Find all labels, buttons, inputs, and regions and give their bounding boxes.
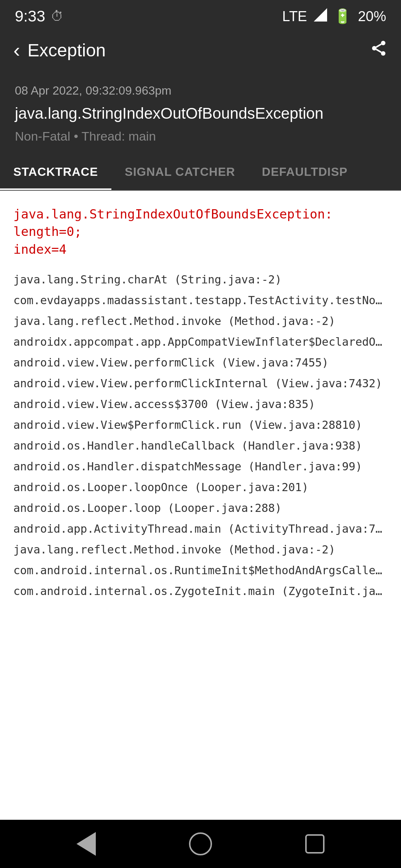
list-item: android.view.View.access$3700 (View.java… xyxy=(13,394,388,415)
list-item: android.os.Looper.loop (Looper.java:288) xyxy=(13,498,388,519)
nav-recent-button[interactable] xyxy=(305,834,325,854)
nav-back-button[interactable] xyxy=(76,832,96,856)
exception-class: java.lang.StringIndexOutOfBoundsExceptio… xyxy=(15,103,386,124)
tab-defaultdisp[interactable]: DEFAULTDISP xyxy=(248,154,361,190)
list-item: android.app.ActivityThread.main (Activit… xyxy=(13,519,388,539)
battery-label: 20% xyxy=(358,9,386,24)
nav-back-icon xyxy=(76,832,96,856)
status-bar: 9:33 ⏱ LTE 🔋 20% xyxy=(0,0,401,30)
exception-date: 08 Apr 2022, 09:32:09.963pm xyxy=(15,84,386,98)
list-item: java.lang.String.charAt (String.java:-2) xyxy=(13,269,388,290)
nav-home-icon xyxy=(189,832,212,855)
svg-line-5 xyxy=(376,44,381,47)
alarm-icon: ⏱ xyxy=(50,9,64,24)
status-right-group: LTE 🔋 20% xyxy=(282,8,386,25)
app-bar: ‹ Exception xyxy=(0,30,401,70)
exception-severity: Non-Fatal xyxy=(15,129,70,143)
share-button[interactable] xyxy=(370,39,388,61)
nav-bar xyxy=(0,820,401,868)
error-line2: index=4 xyxy=(13,242,66,257)
app-bar-title: Exception xyxy=(27,40,106,60)
stack-trace-list: java.lang.String.charAt (String.java:-2)… xyxy=(13,269,388,602)
tab-signal-catcher[interactable]: SIGNAL CATCHER xyxy=(111,154,248,190)
list-item: android.view.View.performClick (View.jav… xyxy=(13,352,388,373)
stacktrace-content: java.lang.StringIndexOutOfBoundsExceptio… xyxy=(0,191,401,617)
time-display: 9:33 xyxy=(15,7,45,25)
battery-icon: 🔋 xyxy=(334,8,351,24)
svg-marker-0 xyxy=(314,8,327,22)
svg-point-1 xyxy=(381,41,385,45)
tab-stacktrace[interactable]: STACKTRACE xyxy=(0,154,111,190)
list-item: com.android.internal.os.ZygoteInit.main … xyxy=(13,581,388,602)
list-item: android.view.View.performClickInternal (… xyxy=(13,373,388,394)
list-item: android.os.Handler.handleCallback (Handl… xyxy=(13,435,388,456)
list-item: android.os.Handler.dispatchMessage (Hand… xyxy=(13,456,388,477)
tabs-bar: STACKTRACE SIGNAL CATCHER DEFAULTDISP xyxy=(0,154,401,191)
list-item: java.lang.reflect.Method.invoke (Method.… xyxy=(13,539,388,560)
nav-home-button[interactable] xyxy=(189,832,212,855)
svg-line-4 xyxy=(376,49,381,52)
list-item: android.view.View$PerformClick.run (View… xyxy=(13,415,388,435)
back-button[interactable]: ‹ xyxy=(13,40,20,60)
status-time-group: 9:33 ⏱ xyxy=(15,7,64,25)
exception-header: 08 Apr 2022, 09:32:09.963pm java.lang.St… xyxy=(0,70,401,154)
signal-icon xyxy=(314,8,327,25)
nav-recent-icon xyxy=(305,834,325,854)
svg-point-2 xyxy=(372,46,376,50)
list-item: android.os.Looper.loopOnce (Looper.java:… xyxy=(13,477,388,498)
exception-dot: • xyxy=(74,129,82,143)
content-wrapper: java.lang.StringIndexOutOfBoundsExceptio… xyxy=(0,191,401,820)
error-message: java.lang.StringIndexOutOfBoundsExceptio… xyxy=(13,206,388,259)
list-item: com.evdayapps.madassistant.testapp.TestA… xyxy=(13,290,388,311)
list-item: androidx.appcompat.app.AppCompatViewInfl… xyxy=(13,332,388,352)
list-item: java.lang.reflect.Method.invoke (Method.… xyxy=(13,311,388,332)
exception-meta: Non-Fatal • Thread: main xyxy=(15,129,386,144)
network-label: LTE xyxy=(282,9,307,24)
svg-point-3 xyxy=(381,51,385,56)
exception-thread: Thread: main xyxy=(81,129,156,143)
app-bar-left: ‹ Exception xyxy=(13,40,106,60)
error-line1: java.lang.StringIndexOutOfBoundsExceptio… xyxy=(13,207,333,239)
list-item: com.android.internal.os.RuntimeInit$Meth… xyxy=(13,560,388,581)
